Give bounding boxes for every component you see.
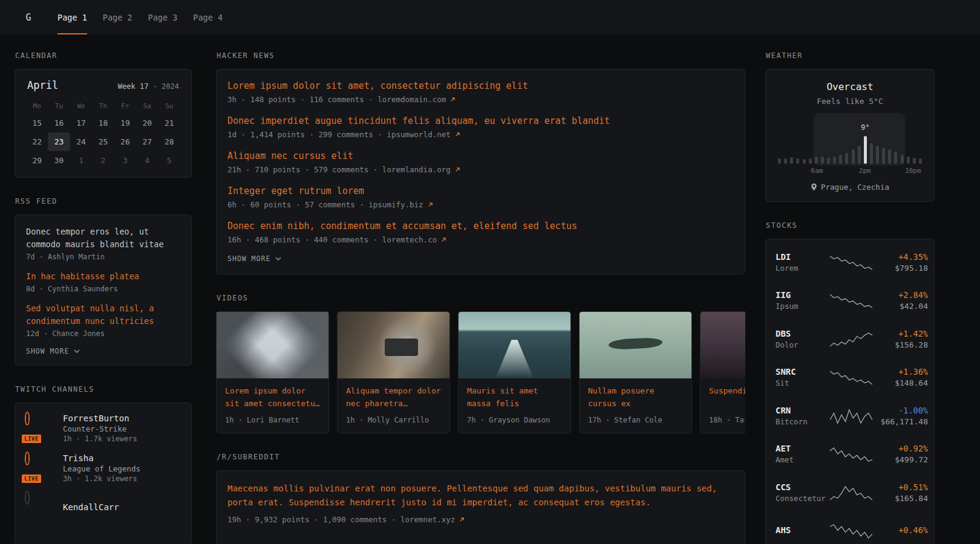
stock-sparkline xyxy=(830,407,872,424)
hour-bar xyxy=(790,157,793,164)
weather-location: Prague, Czechia xyxy=(777,183,923,192)
stock-name: Consectetur xyxy=(776,494,830,503)
page-tabs: Page 1 Page 2 Page 3 Page 4 xyxy=(50,0,230,34)
hour-bar xyxy=(778,158,781,164)
stock-sparkline xyxy=(830,445,872,462)
channel-category: League of Legends xyxy=(63,464,140,473)
twitch-channel-kendallcarr[interactable]: KendallCarr xyxy=(26,493,180,521)
stock-sparkline xyxy=(830,484,872,501)
video-meta: 1h · Lori Barnett xyxy=(217,410,328,433)
video-card[interactable]: Mauris sit amet massa felis 7h · Grayson… xyxy=(458,311,571,433)
hn-item-title[interactable]: Integer eget rutrum lorem xyxy=(227,186,364,196)
channel-meta: 3h · 1.2k viewers xyxy=(63,474,140,483)
hour-bar xyxy=(901,155,904,164)
calendar-day: 29 xyxy=(26,151,48,170)
tab-page-2[interactable]: Page 2 xyxy=(95,0,140,34)
hour-bar xyxy=(796,158,799,164)
calendar-day: 19 xyxy=(114,114,136,132)
calendar-header: April Week 17 · 2024 xyxy=(26,79,180,97)
calendar-day: 4 xyxy=(136,151,158,170)
video-meta: 18h · Tara xyxy=(701,410,745,433)
hacker-news-card: Lorem ipsum dolor sit amet, consectetur … xyxy=(216,69,745,274)
video-card[interactable]: Nullam posuere cursus ex 17h · Stefan Co… xyxy=(579,311,692,433)
stock-change: +0.92% xyxy=(872,444,928,453)
stock-row-ahs[interactable]: AHS +0.46% xyxy=(776,512,924,544)
stock-price: $148.64 xyxy=(872,378,928,387)
calendar-day: 27 xyxy=(136,132,158,151)
hn-meta-text: 21h · 710 points · 579 comments · loreml… xyxy=(227,165,451,174)
calendar-day: 26 xyxy=(114,132,136,151)
rss-show-more-button[interactable]: SHOW MORE xyxy=(26,347,180,355)
reddit-post-meta: 19h · 9,932 points · 1,090 comments · lo… xyxy=(227,515,734,524)
reddit-post-title[interactable]: Maecenas mollis pulvinar erat non posuer… xyxy=(227,482,734,510)
tab-page-3[interactable]: Page 3 xyxy=(140,0,186,34)
hn-item-meta: 3h · 148 points · 116 comments · loremdo… xyxy=(227,95,734,104)
hn-item-title[interactable]: Donec imperdiet augue tincidunt felis al… xyxy=(227,115,610,126)
twitch-channel-forrestburton[interactable]: LIVE ForrestBurton Counter-Strike 1h · 1… xyxy=(26,413,180,443)
hour-bar xyxy=(913,158,916,164)
rss-item: In hac habitasse platea 8d · Cynthia Sau… xyxy=(26,270,180,293)
channel-avatar xyxy=(26,493,54,521)
stock-symbol: CCS xyxy=(776,482,830,492)
section-title-twitch: TWITCH CHANNELS xyxy=(15,385,192,393)
stock-row-snrc[interactable]: SNRCSit +1.36%$148.64 xyxy=(776,358,924,397)
hour-bar xyxy=(803,159,806,164)
weather-bars xyxy=(778,128,922,164)
stock-price: $795.18 xyxy=(872,264,928,273)
rss-item-meta: 12d · Chance Jones xyxy=(26,329,180,338)
stocks-card: LDILorem +4.35%$795.18 IIGIpsum +2.84%$4… xyxy=(765,239,935,544)
calendar-day-of-week: Su xyxy=(158,97,180,114)
rss-item-title[interactable]: Sed volutpat nulla nisl, a condimentum n… xyxy=(26,302,180,328)
calendar-day: 30 xyxy=(48,151,70,170)
stock-name: Lorem xyxy=(776,264,830,273)
hour-bar xyxy=(876,146,879,164)
channel-name: Trisha xyxy=(63,453,140,463)
stock-row-aet[interactable]: AETAmet +0.92%$499.72 xyxy=(776,435,924,474)
stock-symbol: LDI xyxy=(776,252,830,262)
stock-row-crn[interactable]: CRNBitcorn -1.00%$66,171.48 xyxy=(776,397,924,435)
twitch-channel-trisha[interactable]: LIVE Trisha League of Legends 3h · 1.2k … xyxy=(26,453,180,483)
stock-name: Amet xyxy=(776,455,830,464)
hn-item-meta: 6h · 60 points · 57 comments · ipsumify.… xyxy=(227,200,734,209)
calendar-day: 2 xyxy=(92,151,114,170)
rss-item-title[interactable]: Donec tempor eros leo, ut commodo mauris… xyxy=(26,225,180,251)
stock-row-ldi[interactable]: LDILorem +4.35%$795.18 xyxy=(776,243,924,282)
calendar-day-of-week: Fr xyxy=(114,97,136,114)
rss-item-title[interactable]: In hac habitasse platea xyxy=(26,270,180,283)
calendar-day: 28 xyxy=(158,132,180,151)
stock-change: +4.35% xyxy=(872,252,928,262)
tab-page-1[interactable]: Page 1 xyxy=(50,0,95,34)
hn-show-more-button[interactable]: SHOW MORE xyxy=(227,254,734,263)
stock-row-iig[interactable]: IIGIpsum +2.84%$42.04 xyxy=(776,282,924,320)
hour-bar xyxy=(888,149,891,164)
video-card[interactable]: Lorem ipsum dolor sit amet consectetu… 1… xyxy=(216,311,329,433)
rss-card: Donec tempor eros leo, ut commodo mauris… xyxy=(15,215,192,366)
stock-price: $42.04 xyxy=(872,302,928,311)
tab-page-4[interactable]: Page 4 xyxy=(185,0,230,34)
stock-row-dbs[interactable]: DBSDolor +1.42%$156.28 xyxy=(776,320,924,358)
video-card[interactable]: Suspendisse diam 18h · Tara xyxy=(700,311,745,433)
weather-card: Overcast Feels like 5°C 9° 6am2pm10pm Pr… xyxy=(765,69,935,202)
calendar-day-of-week: Sa xyxy=(136,97,158,114)
section-title-weather: WEATHER xyxy=(766,51,935,60)
stock-name: Bitcorn xyxy=(776,417,830,426)
stock-row-ccs[interactable]: CCSConsectetur +0.51%$165.84 xyxy=(776,473,924,512)
external-link-icon xyxy=(428,202,433,207)
stock-sparkline xyxy=(830,292,872,309)
hn-meta-text: 6h · 60 points · 57 comments · ipsumify.… xyxy=(227,200,423,209)
section-title-rss: RSS FEED xyxy=(15,197,192,206)
hn-item-title[interactable]: Lorem ipsum dolor sit amet, consectetur … xyxy=(227,80,528,91)
weather-hourly-chart: 9° 6am2pm10pm xyxy=(777,113,923,175)
calendar-day-of-week: Th xyxy=(92,97,114,114)
external-link-icon xyxy=(459,517,465,522)
subreddit-widget: /R/SUBREDDIT Maecenas mollis pulvinar er… xyxy=(216,453,745,544)
top-bar: G Page 1 Page 2 Page 3 Page 4 xyxy=(0,0,980,34)
calendar-day: 21 xyxy=(158,114,180,132)
time-axis: 6am2pm10pm xyxy=(778,167,922,175)
hn-item-title[interactable]: Donec enim nibh, condimentum et accumsan… xyxy=(227,221,577,232)
stock-change: +1.42% xyxy=(872,329,928,338)
video-card[interactable]: Aliquam tempor dolor nec pharetra… 1h · … xyxy=(337,311,450,433)
hn-item-title[interactable]: Aliquam nec cursus elit xyxy=(227,151,353,161)
channel-avatar: LIVE xyxy=(26,454,54,482)
stock-name: Dolor xyxy=(776,340,830,349)
